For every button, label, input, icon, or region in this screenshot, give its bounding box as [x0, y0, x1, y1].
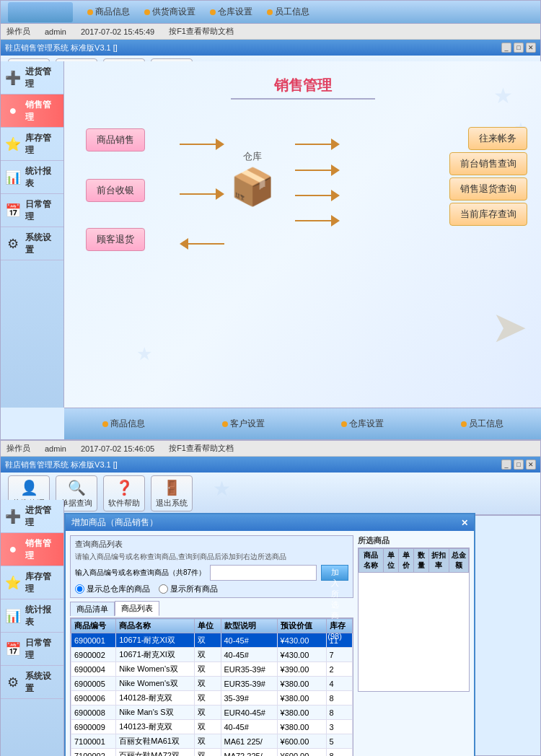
table-row[interactable]: 7100002百丽女鞋MA72双双MA72 225/¥600.008	[71, 749, 353, 757]
maximize-btn2[interactable]: □	[514, 460, 524, 470]
sidebar-item-settings[interactable]: ⚙ 系统设置	[1, 227, 63, 260]
table-row[interactable]: 6900006140128-耐克双双35-39#¥380.008	[71, 691, 353, 706]
exit-btn2[interactable]: 🚪 退出系统	[151, 475, 193, 511]
sidebar-item-report[interactable]: 📊 统计报表	[1, 161, 63, 194]
title-underline	[231, 98, 375, 100]
nav-item-product[interactable]: 商品信息	[87, 6, 130, 18]
bottom-dot4	[461, 421, 467, 427]
bottom-dot2	[222, 421, 228, 427]
chart-icon2: 📊	[5, 608, 21, 624]
datetime: 2017-07-02 15:45:49	[81, 27, 154, 36]
shift-icon2: 👤	[20, 479, 38, 496]
minimize-btn1[interactable]: _	[501, 43, 511, 53]
arrow7	[295, 215, 340, 227]
arrow-right6	[331, 190, 340, 201]
nav-item-supplier[interactable]: 供货商设置	[144, 6, 195, 18]
minimize-btn2[interactable]: _	[501, 460, 511, 470]
arrow-right1	[216, 139, 224, 150]
close-btn1[interactable]: ✕	[526, 43, 536, 53]
help-text: 按F1查看帮助文档	[169, 26, 234, 37]
help-text2: 按F1查看帮助文档	[169, 443, 234, 454]
search-input[interactable]	[210, 565, 317, 581]
window1: 商品信息 供货商设置 仓库设置 员工信息 操作员 admin 2017-07-0…	[0, 0, 541, 440]
table-row[interactable]: 690000110671-耐克XI双双40-45#¥430.0011	[71, 633, 353, 648]
modal-close-btn[interactable]: ✕	[461, 518, 468, 528]
stock-query-box[interactable]: 当前库存查询	[449, 203, 527, 226]
nav-item-warehouse[interactable]: 仓库设置	[210, 6, 252, 18]
product-table-container[interactable]: 商品编号 商品名称 单位 款型说明 预设价值 库存 690000110671-耐…	[70, 617, 353, 756]
sidebar2-daily[interactable]: 📅 日常管理	[1, 633, 63, 666]
arrow-right7	[331, 215, 340, 227]
sales-mgmt-title: 销售管理	[64, 76, 541, 95]
main-content1: ★ ★ ★ 销售管理 商品销售 前台收银 顾客退货	[64, 61, 541, 408]
radio-row: 显示总仓库的商品 显示所有商品	[75, 584, 348, 594]
warehouse-icon: 📦	[230, 166, 275, 208]
table-row[interactable]: 690000210671-耐克XI双双40-45#¥430.007	[71, 648, 353, 662]
th-code: 商品编号	[71, 619, 116, 633]
calendar-icon: 📅	[5, 203, 21, 219]
nav-item-staff[interactable]: 员工信息	[267, 6, 309, 18]
bottom-nav-product[interactable]: 商品信息	[102, 418, 145, 430]
operator-label2: 操作员	[6, 443, 30, 454]
help-btn2[interactable]: ❓ 软件帮助	[103, 475, 145, 511]
table-row[interactable]: 6900009140123-耐克双双40-45#¥380.003	[71, 720, 353, 734]
operator-value2: admin	[45, 444, 66, 453]
bottom-nav-warehouse[interactable]: 仓库设置	[341, 418, 384, 430]
table-row[interactable]: 6900008Nike Man's S双双EUR40-45#¥380.008	[71, 706, 353, 720]
accounts-box[interactable]: 往来帐务	[468, 127, 527, 150]
left-panel: 查询商品列表 请输入商品编号或名称查询商品,查询到商品后添加到右边所选商品 输入…	[70, 535, 353, 756]
add-icon2: ➕	[5, 509, 21, 524]
close-btn2[interactable]: ✕	[526, 460, 536, 470]
sidebar2-stock[interactable]: ⭐ 库存管理	[1, 566, 63, 599]
modal-title-bar: 增加商品（商品销售） ✕	[66, 514, 474, 531]
arrow-right2	[216, 188, 224, 200]
sidebar-item-inventory[interactable]: ➕ 进货管理	[1, 61, 63, 94]
right-panel-title: 所选商品	[358, 535, 470, 546]
cashier-box[interactable]: 前台收银	[86, 179, 145, 202]
sidebar2-report[interactable]: 📊 统计报表	[1, 599, 63, 633]
circle-icon: ●	[5, 103, 21, 118]
product-sales-box[interactable]: 商品销售	[86, 128, 145, 151]
sidebar-item-stock[interactable]: ⭐ 库存管理	[1, 128, 63, 161]
sidebar2-settings[interactable]: ⚙ 系统设置	[1, 666, 63, 699]
tab-inventory-list[interactable]: 商品清单	[70, 602, 115, 616]
table-row[interactable]: 7100001百丽女鞋MA61双双MA61 225/¥600.005	[71, 734, 353, 749]
search-label: 输入商品编号或名称查询商品（共87件）	[75, 568, 206, 578]
sidebar-item-sales[interactable]: ● 销售管理	[1, 94, 63, 128]
search-row: 输入商品编号或名称查询商品（共87件） 加入所选商品(98)	[75, 565, 348, 581]
maximize-btn1[interactable]: □	[514, 43, 524, 53]
top-nav: 商品信息 供货商设置 仓库设置 员工信息	[1, 1, 540, 24]
th-name: 商品名称	[116, 619, 195, 633]
tab-product-list[interactable]: 商品列表	[115, 601, 159, 616]
title-bar2: 鞋店销售管理系统 标准版V3.1 [] _ □ ✕	[1, 457, 540, 472]
right-header-row: 商品名称 单位 单价 数量 折扣率 总金额	[359, 549, 469, 573]
bottom-nav1: 商品信息 客户设置 仓库设置 员工信息	[64, 408, 541, 439]
radio-total-warehouse[interactable]: 显示总仓库的商品	[75, 584, 150, 594]
star-icon2: ⭐	[5, 575, 21, 591]
query-hint: 请输入商品编号或名称查询商品,查询到商品后添加到右边所选商品	[75, 552, 348, 562]
bottom-nav-customer[interactable]: 客户设置	[222, 418, 265, 430]
sales-return-query-box[interactable]: 销售退货查询	[449, 177, 527, 201]
status-bar1: 操作员 admin 2017-07-02 15:45:49 按F1查看帮助文档	[1, 24, 540, 40]
pos-query-box[interactable]: 前台销售查询	[449, 152, 527, 175]
table-row[interactable]: 6900005Nike Women's双双EUR35-39#¥380.004	[71, 677, 353, 691]
return-box[interactable]: 顾客退货	[86, 228, 145, 251]
rth-discount: 折扣率	[429, 549, 449, 573]
sidebar2-sales[interactable]: ● 销售管理	[1, 533, 63, 566]
arrow5	[295, 164, 340, 176]
sidebar2-inventory[interactable]: ➕ 进货管理	[1, 500, 63, 533]
radio1-input[interactable]	[75, 584, 84, 594]
query-section: 查询商品列表 请输入商品编号或名称查询商品,查询到商品后添加到右边所选商品 输入…	[70, 535, 353, 598]
table-row[interactable]: 6900004Nike Women's双双EUR35-39#¥390.002	[71, 662, 353, 677]
radio-all-products[interactable]: 显示所有商品	[159, 584, 218, 594]
query-section-title: 查询商品列表	[75, 539, 348, 550]
toolbar2: 👤 执班管理 🔍 单据查询 ❓ 软件帮助 🚪 退出系统 ★	[1, 472, 540, 516]
window-controls2: _ □ ✕	[501, 460, 536, 470]
flow-diagram: 商品销售 前台收银 顾客退货	[64, 107, 541, 366]
sidebar2: ➕ 进货管理 ● 销售管理 ⭐ 库存管理 📊 统计报表 📅 日常管理 ⚙ 系统设…	[1, 500, 64, 756]
rth-unit: 单位	[383, 549, 398, 573]
radio2-input[interactable]	[159, 584, 168, 594]
add-selected-btn[interactable]: 加入所选商品(98)	[321, 565, 348, 581]
sidebar-item-daily[interactable]: 📅 日常管理	[1, 194, 63, 227]
bottom-nav-staff[interactable]: 员工信息	[461, 418, 503, 430]
